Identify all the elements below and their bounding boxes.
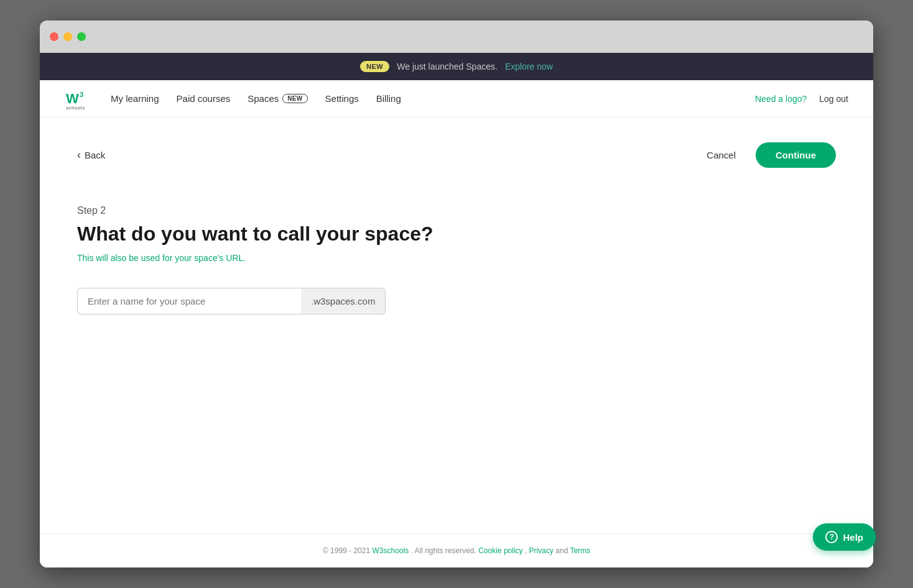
footer-rights: . All rights reserved. [410,546,476,555]
continue-button[interactable]: Continue [756,142,836,168]
cancel-button[interactable]: Cancel [697,144,746,167]
main-content: ‹ Back Cancel Continue Step 2 What do yo… [40,117,873,533]
nav-paid-courses[interactable]: Paid courses [177,93,231,104]
logout-link[interactable]: Log out [819,94,848,104]
back-label: Back [85,150,105,160]
explore-now-link[interactable]: Explore now [505,62,553,71]
back-arrow-icon: ‹ [77,149,81,162]
announcement-text: We just launched Spaces. [397,62,498,71]
maximize-button[interactable] [77,32,86,41]
new-badge: NEW [360,61,389,72]
footer-sep1: , [525,546,527,555]
footer-copyright: © 1999 - 2021 [323,546,370,555]
space-name-row: .w3spaces.com [77,288,836,315]
nav-my-learning[interactable]: My learning [111,93,159,104]
space-name-input[interactable] [77,288,301,315]
svg-text:schools: schools [66,105,85,111]
logo[interactable]: W 3 schools [65,86,91,112]
svg-text:W: W [66,91,79,106]
browser-titlebar [40,21,873,53]
nav-links: My learning Paid courses Spaces NEW Sett… [111,93,755,104]
close-button[interactable] [50,32,58,41]
footer-terms[interactable]: Terms [570,546,590,555]
top-actions: Cancel Continue [697,142,836,168]
navbar: W 3 schools My learning Paid courses Spa… [40,80,873,117]
footer-cookie-policy[interactable]: Cookie policy [478,546,522,555]
nav-billing[interactable]: Billing [376,93,401,104]
top-bar: ‹ Back Cancel Continue [77,142,836,168]
help-button[interactable]: ? Help [813,523,876,551]
svg-text:3: 3 [80,91,83,98]
step-title: What do you want to call your space? [77,223,836,246]
nav-settings[interactable]: Settings [325,93,359,104]
nav-spaces-label[interactable]: Spaces [248,93,279,104]
minimize-button[interactable] [63,32,72,41]
need-logo-link[interactable]: Need a logo? [755,94,807,104]
footer-privacy[interactable]: Privacy [529,546,554,555]
nav-spaces[interactable]: Spaces NEW [248,93,307,104]
browser-window: NEW We just launched Spaces. Explore now… [40,21,873,567]
step-content: Step 2 What do you want to call your spa… [77,205,836,315]
help-label: Help [843,532,863,543]
footer-sep2: and [555,546,570,555]
footer-brand[interactable]: W3schools [372,546,409,555]
help-circle-icon: ? [825,531,838,543]
back-button[interactable]: ‹ Back [77,149,105,162]
announcement-bar: NEW We just launched Spaces. Explore now [40,53,873,80]
footer: © 1999 - 2021 W3schools . All rights res… [40,533,873,567]
step-subtitle: This will also be used for your space's … [77,253,836,263]
spaces-new-badge: NEW [282,94,307,103]
domain-suffix: .w3spaces.com [301,288,386,315]
nav-right: Need a logo? Log out [755,94,848,104]
step-label: Step 2 [77,205,836,216]
